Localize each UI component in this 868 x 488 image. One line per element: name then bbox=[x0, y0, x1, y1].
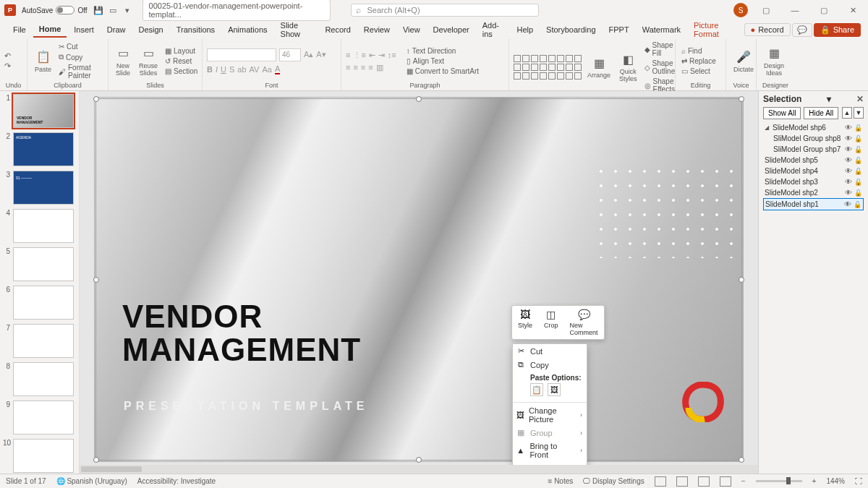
slide-counter[interactable]: Slide 1 of 17 bbox=[6, 477, 46, 485]
underline-icon[interactable]: U bbox=[221, 65, 226, 74]
dictate-button[interactable]: 🎤Dictate bbox=[731, 48, 757, 74]
format-painter-button[interactable]: 🖌Format Painter bbox=[57, 63, 103, 80]
smartart-button[interactable]: ▦Convert to SmartArt bbox=[405, 67, 480, 76]
search-input[interactable]: Search (Alt+Q) bbox=[351, 4, 539, 17]
tab-help[interactable]: Help bbox=[511, 22, 539, 37]
layout-button[interactable]: ▦Layout bbox=[163, 46, 199, 56]
selection-item[interactable]: SlideModel shp3👁🔓 bbox=[763, 176, 864, 187]
zoom-in-icon[interactable]: + bbox=[812, 477, 817, 485]
tab-picture-format[interactable]: Picture Format bbox=[688, 18, 741, 41]
quick-styles-button[interactable]: ◧Quick Styles bbox=[616, 51, 640, 84]
tab-view[interactable]: View bbox=[397, 22, 426, 37]
tab-fppt[interactable]: FPPT bbox=[603, 22, 635, 37]
lock-icon[interactable]: 🔓 bbox=[854, 135, 862, 142]
selection-item[interactable]: SliModel Group shp7👁🔓 bbox=[763, 144, 864, 155]
undo-icon[interactable]: ↶ bbox=[4, 51, 11, 61]
accessibility-status[interactable]: Accessibility: Investigate bbox=[137, 477, 216, 485]
move-down-icon[interactable]: ▼ bbox=[854, 107, 864, 119]
increase-font-icon[interactable]: A▴ bbox=[304, 50, 313, 59]
shape-fill-button[interactable]: ◆Shape Fill bbox=[643, 40, 677, 58]
align-text-button[interactable]: ▯Align Text bbox=[405, 56, 480, 66]
save-icon[interactable]: 💾 bbox=[93, 5, 103, 15]
tab-developer[interactable]: Developer bbox=[427, 22, 475, 37]
find-button[interactable]: ⌕Find bbox=[680, 46, 718, 56]
selection-item[interactable]: SlideModel shp1👁🔓 bbox=[763, 198, 864, 210]
align-right-icon[interactable]: ≡ bbox=[361, 63, 365, 72]
zoom-level[interactable]: 144% bbox=[826, 477, 845, 485]
show-all-button[interactable]: Show All bbox=[763, 107, 801, 119]
visibility-icon[interactable]: 👁 bbox=[845, 178, 852, 186]
arrange-button[interactable]: ▦Arrange bbox=[584, 54, 613, 80]
case-icon[interactable]: Aa bbox=[262, 65, 271, 74]
font-color-icon[interactable]: A bbox=[275, 64, 280, 74]
thumbnail-10[interactable] bbox=[13, 439, 74, 473]
thumbnail-6[interactable] bbox=[13, 286, 74, 320]
strikethrough-icon[interactable]: S bbox=[229, 65, 234, 74]
mini-style-button[interactable]: 🖼Style bbox=[512, 306, 538, 339]
zoom-slider[interactable] bbox=[756, 480, 802, 482]
thumbnail-9[interactable] bbox=[13, 401, 74, 435]
ribbon-options-icon[interactable]: ▢ bbox=[755, 6, 777, 15]
export-icon[interactable]: ▭ bbox=[108, 5, 118, 15]
ctx-cut[interactable]: ✂Cut bbox=[513, 344, 587, 358]
design-ideas-button[interactable]: ▦Design Ideas bbox=[761, 45, 787, 78]
decrease-font-icon[interactable]: A▾ bbox=[316, 50, 326, 59]
toggle-switch-icon[interactable] bbox=[56, 6, 75, 14]
mini-crop-button[interactable]: ◫Crop bbox=[538, 306, 564, 339]
numbering-icon[interactable]: ⋮≡ bbox=[353, 51, 365, 60]
minimize-icon[interactable]: — bbox=[784, 6, 806, 14]
indent-inc-icon[interactable]: ⇥ bbox=[378, 51, 385, 60]
text-direction-button[interactable]: ↕Text Direction bbox=[405, 46, 480, 56]
thumbnail-4[interactable] bbox=[13, 209, 74, 243]
tab-insert[interactable]: Insert bbox=[68, 22, 100, 37]
tab-home[interactable]: Home bbox=[33, 22, 67, 38]
notes-button[interactable]: ≡ Notes bbox=[548, 477, 574, 485]
paste-picture-icon[interactable]: 🖼 bbox=[548, 383, 561, 396]
share-button[interactable]: 🔒Share bbox=[814, 23, 861, 37]
hide-all-button[interactable]: Hide All bbox=[804, 107, 838, 119]
italic-icon[interactable]: I bbox=[216, 65, 218, 74]
thumbnail-5[interactable] bbox=[13, 247, 74, 281]
visibility-icon[interactable]: 👁 bbox=[845, 167, 852, 175]
fit-to-window-icon[interactable]: ⛶ bbox=[855, 477, 862, 485]
close-pane-icon[interactable]: ✕ bbox=[856, 94, 864, 104]
lock-icon[interactable]: 🔓 bbox=[854, 189, 862, 197]
lock-icon[interactable]: 🔓 bbox=[854, 146, 862, 153]
shape-outline-button[interactable]: ◇Shape Outline bbox=[643, 59, 677, 76]
maximize-icon[interactable]: ▢ bbox=[813, 6, 835, 15]
slide-canvas-area[interactable]: VENDOR MANAGEMENT PRESENTATION TEMPLATE … bbox=[80, 91, 758, 474]
normal-view-icon[interactable] bbox=[655, 476, 666, 487]
tab-addins[interactable]: Add-ins bbox=[477, 18, 510, 41]
thumbnail-7[interactable] bbox=[13, 324, 74, 358]
reuse-slides-button[interactable]: ▭Reuse Slides bbox=[136, 45, 161, 78]
copy-button[interactable]: ⧉Copy bbox=[57, 52, 103, 62]
reset-button[interactable]: ↺Reset bbox=[163, 56, 199, 66]
paste-button[interactable]: 📋Paste bbox=[32, 48, 54, 74]
thumbnail-3[interactable]: 01 ——— bbox=[13, 171, 74, 205]
justify-icon[interactable]: ≡ bbox=[368, 63, 373, 72]
tab-file[interactable]: File bbox=[7, 22, 32, 37]
tab-storyboarding[interactable]: Storyboarding bbox=[540, 22, 602, 37]
mini-new-comment-button[interactable]: 💬New Comment bbox=[564, 306, 604, 339]
lock-icon[interactable]: 🔓 bbox=[854, 157, 862, 164]
select-button[interactable]: ▭Select bbox=[680, 67, 718, 76]
display-settings-button[interactable]: 🖵 Display Settings bbox=[583, 477, 644, 485]
columns-icon[interactable]: ▥ bbox=[376, 63, 383, 72]
redo-icon[interactable]: ↷ bbox=[4, 61, 11, 71]
more-icon[interactable]: ▾ bbox=[122, 5, 132, 15]
font-name-input[interactable] bbox=[207, 48, 276, 61]
selection-item[interactable]: SlideModel shp2👁🔓 bbox=[763, 187, 864, 198]
tab-draw[interactable]: Draw bbox=[101, 22, 132, 37]
visibility-icon[interactable]: 👁 bbox=[845, 189, 852, 197]
align-center-icon[interactable]: ≡ bbox=[353, 63, 357, 72]
visibility-icon[interactable]: 👁 bbox=[845, 156, 852, 164]
indent-dec-icon[interactable]: ⇤ bbox=[369, 51, 375, 60]
thumbnail-1[interactable]: VENDORMANAGEMENT bbox=[13, 94, 74, 128]
slide-thumbnails-panel[interactable]: 1VENDORMANAGEMENT 2AGENDA 301 ——— 4 5 6 … bbox=[0, 91, 80, 474]
tab-slide-show[interactable]: Slide Show bbox=[275, 18, 318, 41]
autosave-toggle[interactable]: AutoSave Off bbox=[22, 6, 88, 14]
lock-icon[interactable]: 🔓 bbox=[854, 168, 862, 175]
font-size-input[interactable]: 46 bbox=[279, 48, 301, 61]
bullets-icon[interactable]: ≡ bbox=[346, 51, 350, 59]
lock-icon[interactable]: 🔓 bbox=[854, 179, 862, 186]
